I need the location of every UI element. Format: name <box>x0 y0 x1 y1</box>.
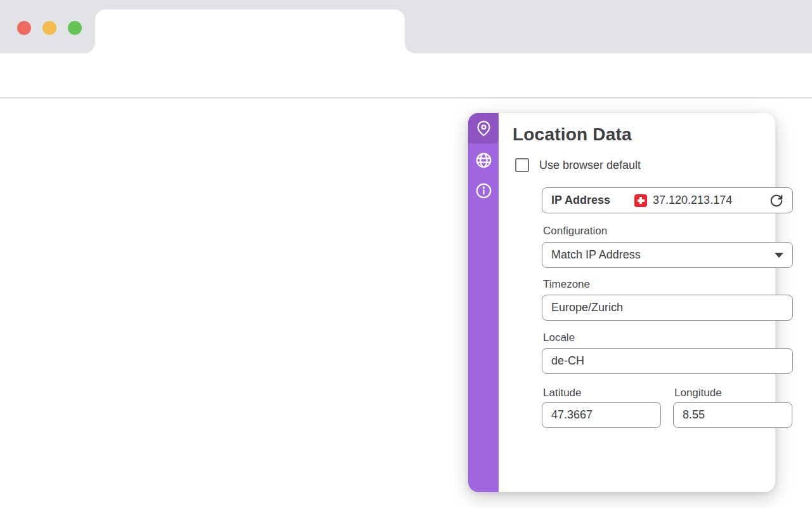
ip-address-value: 37.120.213.174 <box>653 194 732 207</box>
page-title: Location Data <box>513 124 632 145</box>
timezone-input[interactable] <box>542 295 793 321</box>
browser-toolbar <box>0 53 812 98</box>
panel-body: Location Data Use browser default IP Add… <box>499 113 775 492</box>
sidebar-item-network[interactable] <box>468 145 499 175</box>
switzerland-flag-icon <box>634 194 647 207</box>
use-browser-default-checkbox[interactable] <box>515 158 529 172</box>
chevron-down-icon <box>775 253 783 258</box>
sidebar-item-info[interactable] <box>468 175 499 206</box>
refresh-ip-button[interactable] <box>769 194 783 208</box>
active-tab[interactable] <box>95 10 405 53</box>
use-browser-default-row[interactable]: Use browser default <box>515 158 641 172</box>
refresh-icon <box>769 194 783 208</box>
window-close-button[interactable] <box>17 21 31 35</box>
page-content: Location Data Use browser default IP Add… <box>0 99 812 508</box>
latitude-label: Latitude <box>543 387 582 399</box>
window-minimize-button[interactable] <box>43 21 56 35</box>
configuration-selected-value: Match IP Address <box>551 248 641 262</box>
locale-input[interactable] <box>542 348 793 374</box>
longitude-input[interactable] <box>673 402 792 428</box>
timezone-label: Timezone <box>543 278 590 291</box>
location-pin-icon <box>475 120 492 137</box>
longitude-label: Longitude <box>674 387 722 399</box>
window-zoom-button[interactable] <box>68 21 82 35</box>
info-icon <box>475 182 492 199</box>
ip-address-label: IP Address <box>551 194 610 207</box>
location-data-panel: Location Data Use browser default IP Add… <box>468 113 775 492</box>
ip-address-box: IP Address 37.120.213.174 <box>542 187 793 213</box>
configuration-label: Configuration <box>543 225 607 237</box>
locale-label: Locale <box>543 331 575 344</box>
latitude-input[interactable] <box>542 402 661 428</box>
panel-sidebar <box>468 113 499 492</box>
tab-bar <box>0 0 812 53</box>
sidebar-item-location[interactable] <box>468 113 499 144</box>
configuration-select[interactable]: Match IP Address <box>542 242 793 268</box>
globe-icon <box>475 152 492 169</box>
use-browser-default-label: Use browser default <box>539 159 641 172</box>
